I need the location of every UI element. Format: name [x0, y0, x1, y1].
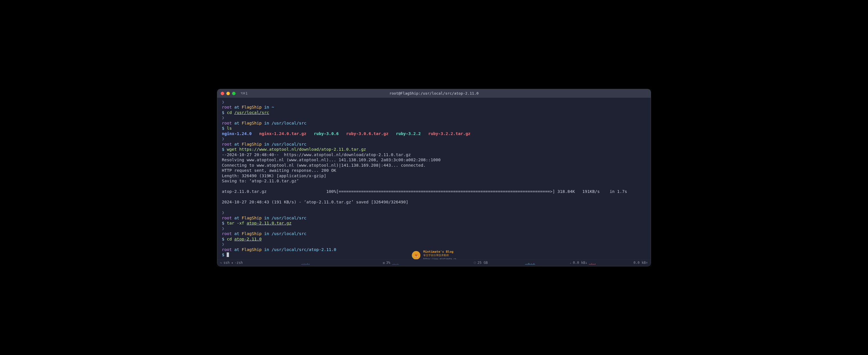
prompt-user: root — [222, 247, 232, 252]
ls-item: nginx-1.24.0.tar.gz — [259, 131, 306, 136]
prompt-host: FlagShip — [242, 121, 262, 125]
progress-speed: 191KB/s — [582, 189, 600, 194]
cpu-sparkline — [301, 261, 381, 265]
prompt-in: in — [264, 105, 269, 110]
command: cd — [227, 110, 231, 115]
prompt-user: root — [222, 216, 232, 220]
prompt-arrow: ❯ — [222, 226, 224, 231]
output-line: Resolving www.atoptool.nl (www.atoptool.… — [222, 157, 440, 162]
maximize-button[interactable] — [232, 92, 236, 95]
prompt-symbol: $ — [222, 253, 224, 257]
prompt-in: in — [264, 216, 269, 220]
ls-item: ruby-3.0.6.tar.gz — [346, 131, 389, 136]
output-line: Length: 326490 (319K) [application/x-gzi… — [222, 174, 327, 178]
prompt-arrow: ❯ — [222, 137, 224, 141]
prompt-in: in — [264, 121, 269, 125]
minimize-button[interactable] — [226, 92, 230, 95]
terminal-window: ⌥⌘1 root@FlagShip:/usr/local/src/atop-2.… — [217, 89, 651, 266]
prompt-host: FlagShip — [242, 105, 262, 110]
window-controls — [221, 92, 236, 95]
window-title: root@FlagShip:/usr/local/src/atop-2.11.0 — [389, 91, 478, 95]
prompt-at: at — [235, 216, 239, 220]
ls-item: ruby-3.0.6 — [314, 131, 339, 136]
prompt-arrow: ❯ — [222, 242, 224, 246]
ls-item: ruby-3.2.2 — [396, 131, 421, 136]
cpu-value: 3% — [386, 261, 390, 265]
prompt-host: FlagShip — [242, 231, 262, 236]
command: wget — [227, 147, 237, 152]
ssh-label: ssh — [223, 261, 230, 265]
prompt-user: root — [222, 231, 232, 236]
prompt-symbol: $ — [222, 237, 224, 241]
command-arg: /usr/local/src — [235, 110, 269, 115]
status-ssh[interactable]: ⇋ ssh ◂ -zsh — [220, 261, 243, 265]
prompt-at: at — [235, 105, 239, 110]
disk-icon: ⦾ — [473, 261, 476, 265]
tab-indicator: ⌥⌘1 — [241, 91, 248, 95]
progress-size: 318.84K — [558, 189, 575, 194]
command-arg: https://www.atoptool.nl/download/atop-2.… — [239, 147, 366, 152]
command: tar — [227, 221, 234, 225]
disk-sparkline — [392, 261, 472, 265]
close-button[interactable] — [221, 92, 224, 95]
download-icon: ⇣ — [569, 261, 571, 265]
cpu-icon: ▣ — [383, 261, 385, 265]
command-arg: atop-2.11.0.tar.gz — [247, 221, 291, 225]
command-arg: atop-2.11.0 — [235, 237, 262, 241]
net-down-sparkline — [525, 261, 568, 265]
command: cd — [227, 237, 231, 241]
net-up-value: 0.0 kB↑ — [633, 261, 648, 265]
prompt-user: root — [222, 142, 232, 146]
prompt-symbol: $ — [222, 221, 224, 225]
prompt-host: FlagShip — [242, 247, 262, 252]
triangle-left-icon: ◂ — [231, 261, 233, 265]
status-disk: ⦾ 25 GB — [473, 261, 488, 265]
prompt-symbol: $ — [222, 147, 224, 152]
prompt-user: root — [222, 121, 232, 125]
shell-label: -zsh — [235, 261, 243, 265]
prompt-in: in — [264, 231, 269, 236]
net-down-value: 0.0 kB↓ — [573, 261, 588, 265]
output-line: 2024-10-27 20:48:43 (191 KB/s) - ‘atop-2… — [222, 200, 408, 204]
titlebar: ⌥⌘1 root@FlagShip:/usr/local/src/atop-2.… — [217, 89, 651, 98]
prompt-path: /usr/local/src/atop-2.11.0 — [272, 247, 336, 252]
ls-item: nginx-1.24.0 — [222, 131, 252, 136]
prompt-host: FlagShip — [242, 142, 262, 146]
prompt-symbol: $ — [222, 110, 224, 115]
status-net-down: ⇣ 0.0 kB↓ — [569, 261, 587, 265]
status-cpu: ▣ 3% — [383, 261, 390, 265]
prompt-at: at — [235, 231, 239, 236]
command: ls — [227, 126, 231, 130]
net-up-sparkline — [589, 261, 632, 265]
progress-pct: 100% — [327, 189, 336, 194]
output-line: Saving to: ‘atop-2.11.0.tar.gz’ — [222, 179, 299, 183]
prompt-in: in — [264, 247, 269, 252]
prompt-user: root — [222, 105, 232, 110]
disk-value: 25 GB — [477, 261, 488, 265]
statusbar: ⇋ ssh ◂ -zsh ▣ 3% ⦾ 25 GB ⇣ 0.0 kB↓ — [217, 259, 651, 266]
progress-bar: [=======================================… — [336, 189, 555, 194]
output-line: HTTP request sent, awaiting response... … — [222, 168, 336, 173]
prompt-arrow: ❯ — [222, 115, 224, 120]
prompt-at: at — [235, 247, 239, 252]
terminal-body[interactable]: ❯ root at FlagShip in ~ $ cd /usr/local/… — [217, 98, 651, 259]
output-line: Connecting to www.atoptool.nl (www.atopt… — [222, 163, 426, 168]
prompt-path: /usr/local/src — [272, 231, 306, 236]
prompt-host: FlagShip — [242, 216, 262, 220]
prompt-arrow: ❯ — [222, 210, 224, 215]
prompt-path: /usr/local/src — [272, 216, 306, 220]
progress-eta: in 1.7s — [610, 189, 627, 194]
prompt-in: in — [264, 142, 269, 146]
prompt-path: /usr/local/src — [272, 121, 306, 125]
prompt-arrow: ❯ — [222, 100, 224, 104]
prompt-symbol: $ — [222, 126, 224, 130]
ls-item: ruby-3.2.2.tar.gz — [428, 131, 470, 136]
prompt-path: /usr/local/src — [272, 142, 306, 146]
progress-filename: atop-2.11.0.tar.gz — [222, 189, 267, 194]
cursor — [227, 253, 229, 257]
status-net-up: 0.0 kB↑ — [633, 261, 648, 265]
output-line: --2024-10-27 20:48:40-- https://www.atop… — [222, 152, 411, 157]
prompt-at: at — [235, 142, 239, 146]
prompt-at: at — [235, 121, 239, 125]
command-flag: -xf — [237, 221, 244, 225]
